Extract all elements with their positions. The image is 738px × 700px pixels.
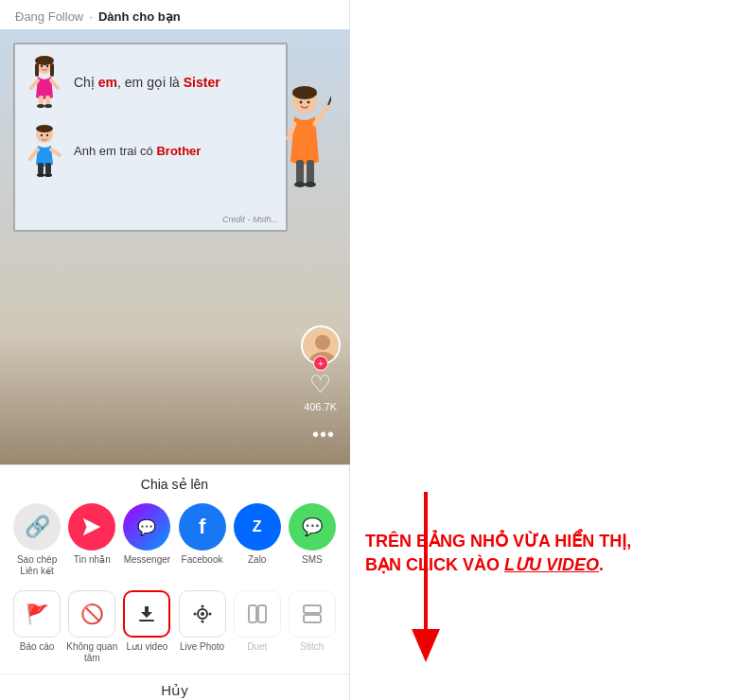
svg-line-9 [51, 80, 58, 88]
annotation-line2-post: . [599, 555, 604, 574]
stitch-icon-box [289, 590, 336, 638]
svg-point-30 [305, 182, 316, 187]
messenger-icon: 💬 [123, 503, 170, 551]
action-item-notinterested[interactable]: 🚫 Không quantâm [64, 590, 119, 664]
svg-point-42 [193, 613, 196, 616]
svg-point-7 [44, 104, 52, 108]
share-item-messenger[interactable]: 💬 Messenger [119, 503, 174, 577]
svg-point-40 [201, 605, 203, 608]
sms-icon: 💬 [289, 503, 336, 551]
facebook-label: Facebook [182, 554, 223, 566]
svg-line-25 [328, 96, 331, 105]
svg-rect-4 [39, 96, 44, 105]
more-options-button[interactable]: ••• [312, 424, 335, 446]
cancel-row[interactable]: Hủy [0, 674, 349, 700]
share-title: Chia sẻ lên [0, 477, 349, 492]
wb-credit: Credit - Msth... [222, 215, 278, 224]
action-item-stitch[interactable]: Stitch [285, 590, 340, 664]
three-dots-icon: ••• [312, 424, 335, 445]
svg-rect-46 [304, 605, 321, 613]
messenger-label: Messenger [124, 554, 170, 566]
girl-figure [25, 56, 64, 108]
action-item-duet[interactable]: Duet [230, 590, 285, 664]
svg-point-39 [201, 612, 204, 616]
share-item-sms[interactable]: 💬 SMS [285, 503, 340, 577]
svg-rect-28 [307, 160, 314, 184]
flag-icon: 🚩 [26, 603, 49, 625]
action-item-livephoto[interactable]: Live Photo [175, 590, 230, 664]
follow-plus-badge[interactable]: + [313, 356, 328, 371]
livephoto-icon [191, 603, 214, 625]
svg-line-24 [315, 105, 328, 124]
action-icons-row: 🚩 Báo cáo 🚫 Không quantâm Lưu [0, 590, 349, 664]
heart-icon: ♡ [309, 370, 331, 399]
share-item-message[interactable]: Tin nhắn [64, 503, 119, 577]
svg-point-23 [292, 86, 317, 99]
wb-row-2: Anh em trai có Brother [25, 125, 276, 177]
annotation-line2-em: LƯU VIDEO [504, 555, 599, 574]
report-icon-box: 🚩 [13, 590, 61, 638]
svg-rect-47 [304, 615, 321, 622]
teacher-figure [279, 86, 331, 209]
action-item-report[interactable]: 🚩 Báo cáo [9, 590, 64, 664]
like-count: 406.7K [304, 401, 337, 412]
share-item-facebook[interactable]: f Facebook [175, 503, 230, 577]
savevideo-label: Lưu video [126, 641, 167, 653]
boy-figure [25, 125, 64, 177]
svg-marker-36 [83, 518, 100, 535]
wb-mid: , em gọi là [117, 75, 184, 90]
duet-label: Duet [247, 641, 267, 653]
share-icons-row: 🔗 Sao chépLiên kết Tin nhắn 💬 Messenger … [0, 503, 349, 577]
svg-rect-15 [45, 163, 51, 174]
copy-link-icon: 🔗 [13, 503, 61, 551]
facebook-icon: f [179, 503, 226, 551]
share-item-copy[interactable]: 🔗 Sao chépLiên kết [9, 503, 64, 577]
duet-icon [246, 603, 269, 625]
avatar-container[interactable]: + [301, 325, 341, 365]
stitch-icon [301, 603, 324, 625]
wb-anh: Anh em trai có [74, 144, 156, 158]
svg-line-19 [51, 149, 60, 155]
svg-rect-37 [139, 620, 154, 621]
svg-point-16 [37, 173, 44, 177]
svg-point-10 [41, 65, 43, 67]
svg-line-8 [31, 80, 38, 88]
svg-rect-27 [296, 160, 304, 184]
annotation-arrow [369, 482, 483, 672]
svg-rect-2 [35, 63, 39, 77]
savevideo-icon-box [123, 590, 170, 638]
svg-point-43 [208, 613, 211, 616]
svg-point-20 [41, 134, 43, 136]
wb-text-row2: Anh em trai có Brother [74, 144, 201, 158]
notinterested-label: Không quantâm [66, 641, 117, 664]
svg-rect-45 [258, 605, 266, 622]
svg-point-6 [37, 104, 44, 108]
whiteboard: Chị em, em gọi là Sister [13, 43, 288, 232]
wb-row-1: Chị em, em gọi là Sister [25, 56, 276, 108]
svg-point-41 [201, 621, 203, 623]
message-label: Tin nhắn [74, 554, 111, 566]
follow-label: Đang Follow [15, 9, 83, 24]
svg-rect-14 [38, 163, 44, 174]
action-item-savevideo[interactable]: Lưu video [119, 590, 174, 664]
svg-point-31 [300, 101, 303, 104]
stitch-label: Stitch [300, 641, 324, 653]
cancel-label[interactable]: Hủy [161, 682, 187, 698]
phone-header: Đang Follow · Dành cho bạn [0, 0, 349, 29]
like-button[interactable]: ♡ 406.7K [304, 370, 337, 412]
svg-rect-3 [50, 63, 54, 77]
wb-chi: Chị [74, 75, 98, 90]
block-icon: 🚫 [80, 603, 104, 625]
svg-point-34 [315, 335, 330, 350]
wb-em: em [98, 75, 117, 90]
svg-rect-44 [249, 605, 256, 622]
svg-point-21 [46, 134, 48, 136]
duet-icon-box [234, 590, 281, 638]
svg-marker-49 [412, 629, 440, 662]
svg-point-17 [44, 173, 52, 177]
wb-sister: Sister [184, 75, 220, 90]
annotation-panel: TRÊN BẢNG NHỎ VỪA HIỂN THỊ, BẠN CLICK VÀ… [350, 0, 738, 700]
phone-panel: Đang Follow · Dành cho bạn [0, 0, 350, 700]
svg-point-32 [308, 101, 310, 104]
share-item-zalo[interactable]: Z Zalo [230, 503, 285, 577]
